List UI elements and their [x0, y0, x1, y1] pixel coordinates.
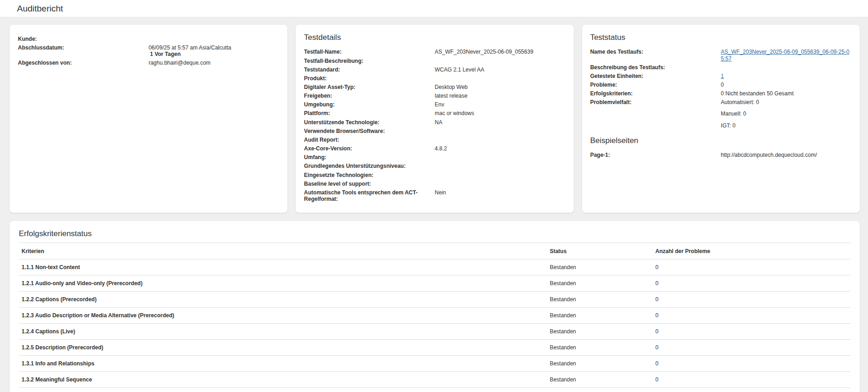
detail-label: Teststandard:: [304, 66, 435, 73]
detail-value: [435, 128, 566, 134]
detail-value: AS_WF_203Never_2025-06-09_055639: [435, 49, 566, 55]
teststatus-title: Teststatus: [590, 33, 851, 42]
erfolgskriterien-value: 0 Nicht bestanden 50 Gesamt: [721, 90, 851, 97]
detail-row: Produkt:: [304, 75, 565, 82]
detail-value: [435, 137, 566, 143]
detail-label: Unterstützende Technologie:: [304, 119, 435, 126]
detail-label: Digitaler Asset-Typ:: [304, 84, 435, 90]
col-header-anzahl: Anzahl der Probleme: [653, 243, 851, 259]
detail-label: Verwendete Browser/Software:: [304, 128, 435, 134]
detail-row: Unterstützende Technologie:NA: [304, 119, 565, 126]
abgeschlossen-von-value: raghu.bhairi@deque.com: [149, 60, 280, 66]
detail-label: Grundlegendes Unterstützungsniveau:: [304, 163, 435, 169]
anzahl-cell: 0: [653, 259, 851, 275]
abschlussdatum-relative: 1 Vor Tagen: [149, 51, 280, 57]
detail-row: Verwendete Browser/Software:: [304, 128, 565, 134]
detail-label: Umgebung:: [304, 101, 435, 108]
abschlussdatum-label: Abschlussdatum:: [18, 44, 149, 57]
anzahl-cell: 0: [653, 323, 851, 339]
detail-row: Freigeben:latest release: [304, 93, 565, 99]
abgeschlossen-von-label: Abgeschlossen von:: [18, 60, 149, 66]
anzahl-cell: 0: [653, 387, 851, 392]
status-cell: Bestanden: [547, 355, 653, 371]
problemvielfalt-values: Automatisiert: 0 Manuell: 0 IGT: 0: [721, 99, 851, 133]
kunde-row: Kunde:: [18, 36, 279, 42]
detail-value: [435, 58, 566, 64]
getestete-einheiten-row: Getestete Einheiten: 1: [590, 73, 851, 79]
anzahl-cell: 0: [653, 339, 851, 355]
table-row: 1.2.4 Captions (Live)Bestanden0: [19, 323, 851, 339]
detail-label: Testfall-Name:: [304, 49, 435, 55]
beispielseiten-title: Beispielseiten: [590, 136, 851, 145]
testdetails-title: Testdetails: [304, 33, 565, 42]
anzahl-cell: 0: [653, 275, 851, 291]
status-cell: Bestanden: [547, 339, 653, 355]
detail-label: Eingesetzte Technologien:: [304, 172, 435, 178]
status-cell: Bestanden: [547, 371, 653, 387]
table-row: 1.2.5 Description (Prerecorded)Bestanden…: [19, 339, 851, 355]
table-row: 1.2.3 Audio Description or Media Alterna…: [19, 307, 851, 323]
detail-value: [435, 154, 566, 160]
table-row: 1.2.1 Audio-only and Video-only (Prereco…: [19, 275, 851, 291]
kunde-value: [149, 36, 280, 42]
detail-row: Audit Report:: [304, 137, 565, 143]
table-row: 1.1.1 Non-text ContentBestanden0: [19, 259, 851, 275]
detail-value: [435, 181, 566, 187]
kriterium-cell: 1.2.3 Audio Description or Media Alterna…: [19, 307, 547, 323]
kriterium-cell: 1.3.3 Sensory Characteristics: [19, 387, 547, 392]
detail-row: Automatische Tools entsprechen dem ACT-R…: [304, 189, 565, 202]
table-row: 1.3.2 Meaningful SequenceBestanden0: [19, 371, 851, 387]
testlauf-beschreibung-label: Beschreibung des Testlaufs:: [590, 64, 721, 71]
testdetails-card: Testdetails Testfall-Name:AS_WF_203Never…: [296, 25, 573, 213]
detail-row: Baseline level of support:: [304, 181, 565, 187]
erfolgskriterien-label: Erfolgskriterien:: [590, 90, 721, 97]
kriterium-cell: 1.2.4 Captions (Live): [19, 323, 547, 339]
page-title: Auditbericht: [17, 4, 63, 14]
detail-row: Axe-Core-Version:4.8.2: [304, 145, 565, 152]
testlauf-link[interactable]: AS_WF_203Never_2025-06-09_055639_06-09-2…: [721, 49, 849, 61]
detail-value: mac or windows: [435, 110, 566, 116]
detail-row: Teststandard:WCAG 2.1 Level AA: [304, 66, 565, 73]
detail-row: Testfall-Beschreibung:: [304, 58, 565, 64]
probleme-label: Probleme:: [590, 82, 721, 88]
problemvielfalt-igt: IGT: 0: [721, 122, 851, 129]
detail-row: Testfall-Name:AS_WF_203Never_2025-06-09_…: [304, 49, 565, 55]
problemvielfalt-row: Problemvielfalt: Automatisiert: 0 Manuel…: [590, 99, 851, 133]
problemvielfalt-manuell: Manuell: 0: [721, 110, 851, 117]
detail-value: [435, 75, 566, 82]
detail-value: NA: [435, 119, 566, 126]
testlauf-name-row: Name des Testlaufs: AS_WF_203Never_2025-…: [590, 49, 851, 61]
probleme-value: 0: [721, 82, 851, 88]
detail-row: Digitaler Asset-Typ:Desktop Web: [304, 84, 565, 90]
detail-label: Automatische Tools entsprechen dem ACT-R…: [304, 189, 435, 202]
detail-row: Umgebung:Env: [304, 101, 565, 108]
getestete-einheiten-label: Getestete Einheiten:: [590, 73, 721, 79]
status-cell: Bestanden: [547, 291, 653, 307]
detail-label: Audit Report:: [304, 137, 435, 143]
anzahl-cell: 0: [653, 307, 851, 323]
kunde-card: Kunde: Abschlussdatum: 06/09/25 at 5:57 …: [10, 25, 287, 213]
teststatus-card: Teststatus Name des Testlaufs: AS_WF_203…: [582, 25, 860, 213]
erfolgskriterienstatus-title: Erfolgskriterienstatus: [19, 229, 851, 243]
detail-label: Testfall-Beschreibung:: [304, 58, 435, 64]
getestete-einheiten-link[interactable]: 1: [721, 73, 724, 79]
anzahl-cell: 0: [653, 291, 851, 307]
kriterium-cell: 1.2.2 Captions (Prerecorded): [19, 291, 547, 307]
kriterium-cell: 1.1.1 Non-text Content: [19, 259, 547, 275]
abschlussdatum-datetime: 06/09/25 at 5:57 am Asia/Calcutta: [149, 44, 280, 51]
anzahl-cell: 0: [653, 371, 851, 387]
summary-cards-row: Kunde: Abschlussdatum: 06/09/25 at 5:57 …: [10, 25, 860, 213]
status-cell: Bestanden: [547, 307, 653, 323]
page1-row: Page-1: http://abcdcomputech.dequecloud.…: [590, 152, 851, 158]
table-header-row: Kriterien Status Anzahl der Probleme: [19, 243, 851, 259]
col-header-kriterien: Kriterien: [19, 243, 547, 259]
detail-label: Plattform:: [304, 110, 435, 116]
status-cell: Bestanden: [547, 275, 653, 291]
detail-value: latest release: [435, 93, 566, 99]
detail-value: [435, 172, 566, 178]
table-row: 1.3.3 Sensory CharacteristicsBestanden0: [19, 387, 851, 392]
page-header: Auditbericht: [0, 0, 868, 17]
detail-value: WCAG 2.1 Level AA: [435, 66, 566, 73]
detail-value: Nein: [435, 189, 566, 202]
detail-label: Umfang:: [304, 154, 435, 160]
